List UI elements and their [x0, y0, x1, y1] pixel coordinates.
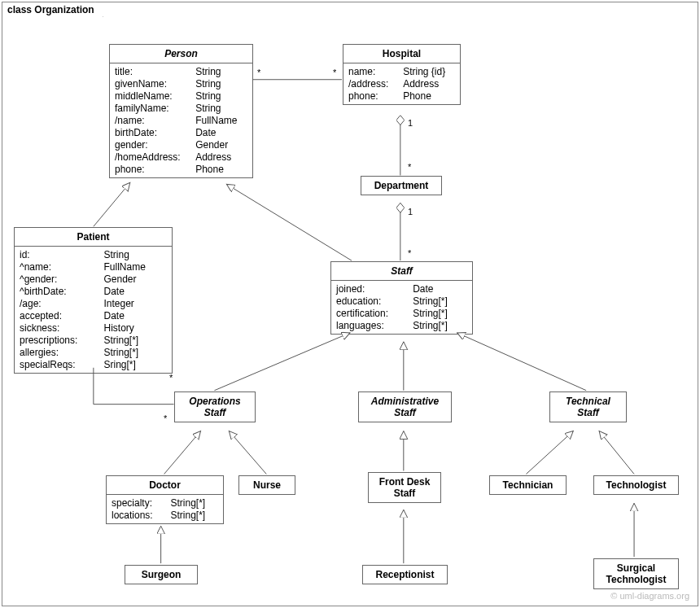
class-attrs: joined:Date education:String[*] certific… [331, 281, 472, 334]
mult: 1 [408, 118, 413, 128]
diagram-frame: class Organization Person title:String g… [2, 2, 698, 606]
class-technician: Technician [489, 475, 567, 495]
class-title: Staff [331, 262, 472, 281]
class-title: Technologist [594, 476, 678, 494]
class-title: Receptionist [363, 566, 447, 584]
gen-technician-tech [526, 431, 573, 475]
class-title: AdministrativeStaff [359, 392, 451, 422]
gen-staff-person [226, 184, 352, 260]
class-title: TechnicalStaff [550, 392, 626, 422]
class-title: SurgicalTechnologist [594, 559, 678, 588]
class-nurse: Nurse [238, 475, 295, 495]
class-title: Doctor [107, 476, 223, 495]
mult: * [257, 68, 260, 77]
watermark: © uml-diagrams.org [610, 591, 689, 601]
gen-ops-staff [214, 333, 350, 391]
class-administrative-staff: AdministrativeStaff [358, 391, 452, 422]
class-front-desk-staff: Front DeskStaff [368, 472, 441, 503]
class-technologist: Technologist [593, 475, 679, 495]
class-person: Person title:String givenName:String mid… [109, 44, 253, 178]
class-department: Department [361, 176, 442, 195]
class-operations-staff: OperationsStaff [174, 391, 256, 422]
class-attrs: name:String {id} /address:Address phone:… [343, 63, 460, 104]
class-staff: Staff joined:Date education:String[*] ce… [330, 261, 473, 335]
class-technical-staff: TechnicalStaff [549, 391, 627, 422]
frame-title: class Organization [2, 2, 103, 17]
class-doctor: Doctor specialty:String[*] locations:Str… [106, 475, 224, 524]
gen-tech-staff [457, 333, 587, 391]
class-title: Hospital [343, 45, 460, 63]
class-receptionist: Receptionist [362, 565, 448, 584]
class-title: Front DeskStaff [369, 473, 440, 502]
mult: * [333, 68, 336, 77]
class-attrs: id:String ^name:FullName ^gender:Gender … [15, 247, 172, 373]
gen-doctor-ops [164, 431, 201, 475]
mult: * [169, 373, 173, 383]
mult: * [164, 413, 167, 423]
class-surgical-technologist: SurgicalTechnologist [593, 558, 679, 589]
class-title: Patient [15, 228, 172, 247]
gen-patient-person [94, 182, 130, 226]
class-attrs: title:String givenName:String middleName… [110, 63, 252, 177]
class-title: Department [361, 177, 441, 195]
mult: * [408, 248, 411, 258]
gen-technologist-tech [599, 431, 634, 475]
class-title: Surgeon [125, 566, 197, 584]
class-title: Technician [490, 476, 566, 494]
gen-nurse-ops [229, 431, 266, 475]
class-attrs: specialty:String[*] locations:String[*] [107, 495, 223, 523]
mult: 1 [408, 207, 413, 217]
class-title: OperationsStaff [175, 392, 255, 422]
class-title: Person [110, 45, 252, 63]
class-surgeon: Surgeon [125, 565, 198, 584]
class-hospital: Hospital name:String {id} /address:Addre… [343, 44, 461, 105]
class-title: Nurse [239, 476, 295, 494]
mult: * [408, 162, 411, 172]
class-patient: Patient id:String ^name:FullName ^gender… [14, 227, 173, 374]
